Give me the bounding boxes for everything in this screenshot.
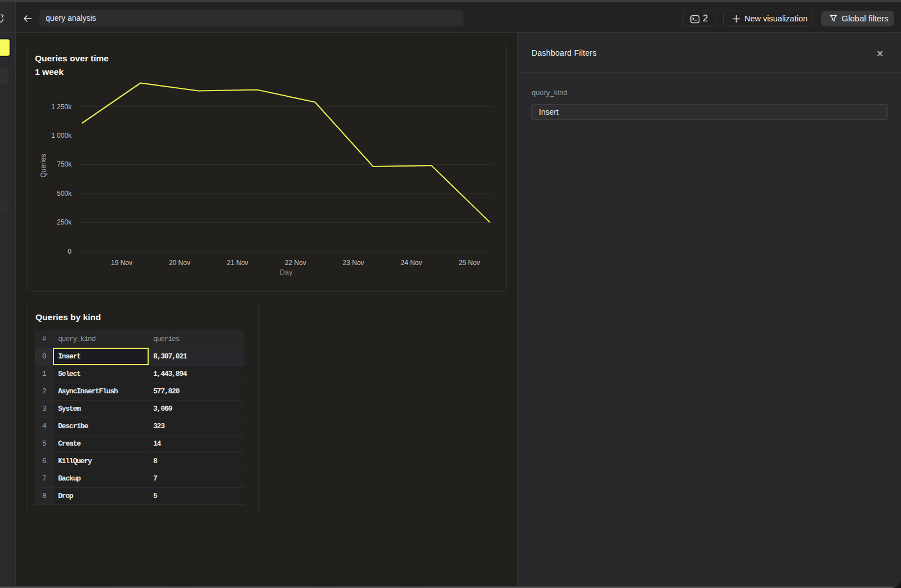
svg-text:750k: 750k — [57, 160, 72, 168]
svg-text:23 Nov: 23 Nov — [343, 259, 364, 267]
svg-text:250k: 250k — [57, 218, 72, 226]
svg-text:25 Nov: 25 Nov — [458, 259, 480, 267]
svg-text:1 000k: 1 000k — [51, 132, 72, 140]
svg-text:Day: Day — [279, 268, 293, 276]
svg-text:Queries: Queries — [39, 154, 47, 177]
svg-text:19 Nov: 19 Nov — [111, 259, 132, 267]
svg-text:22 Nov: 22 Nov — [285, 259, 306, 267]
svg-text:500k: 500k — [57, 190, 72, 198]
svg-text:21 Nov: 21 Nov — [227, 259, 248, 267]
svg-text:1 250k: 1 250k — [51, 103, 72, 111]
svg-text:0: 0 — [68, 248, 72, 255]
svg-text:24 Nov: 24 Nov — [400, 259, 422, 267]
svg-text:20 Nov: 20 Nov — [169, 259, 190, 267]
